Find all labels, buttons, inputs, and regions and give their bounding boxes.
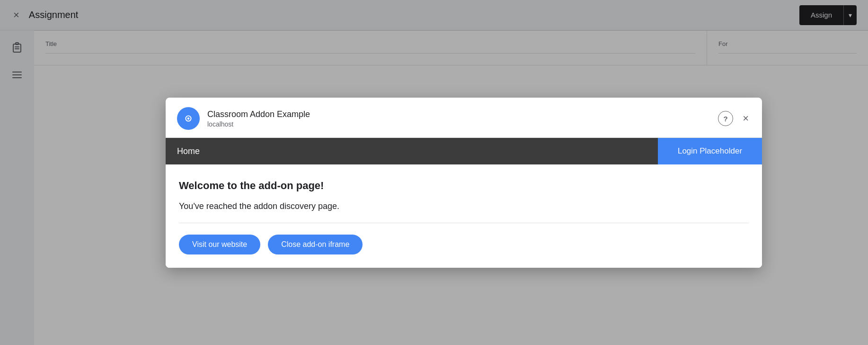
modal-header-right: ? × bbox=[718, 111, 751, 126]
modal-close-button[interactable]: × bbox=[741, 111, 751, 126]
modal-body: Welcome to the add-on page! You've reach… bbox=[166, 164, 762, 268]
addon-info: Classroom Addon Example localhost bbox=[207, 109, 310, 128]
addon-host: localhost bbox=[207, 120, 310, 128]
modal-header: Classroom Addon Example localhost ? × bbox=[166, 98, 762, 138]
modal-welcome-text: Welcome to the add-on page! bbox=[179, 180, 749, 192]
modal-divider bbox=[179, 223, 749, 223]
modal-nav: Home Login Placeholder bbox=[166, 138, 762, 164]
modal-header-left: Classroom Addon Example localhost bbox=[177, 107, 310, 130]
modal-description: You've reached the addon discovery page. bbox=[179, 201, 749, 211]
svg-point-9 bbox=[187, 118, 190, 120]
close-addon-button[interactable]: Close add-on iframe bbox=[268, 235, 363, 254]
help-button[interactable]: ? bbox=[718, 111, 733, 126]
addon-name: Classroom Addon Example bbox=[207, 109, 310, 119]
modal-actions: Visit our website Close add-on iframe bbox=[179, 235, 749, 254]
nav-home-button[interactable]: Home bbox=[166, 138, 658, 164]
visit-website-button[interactable]: Visit our website bbox=[179, 235, 260, 254]
nav-login-button[interactable]: Login Placeholder bbox=[658, 138, 762, 164]
addon-logo bbox=[177, 107, 200, 130]
addon-modal: Classroom Addon Example localhost ? × Ho… bbox=[166, 98, 762, 268]
